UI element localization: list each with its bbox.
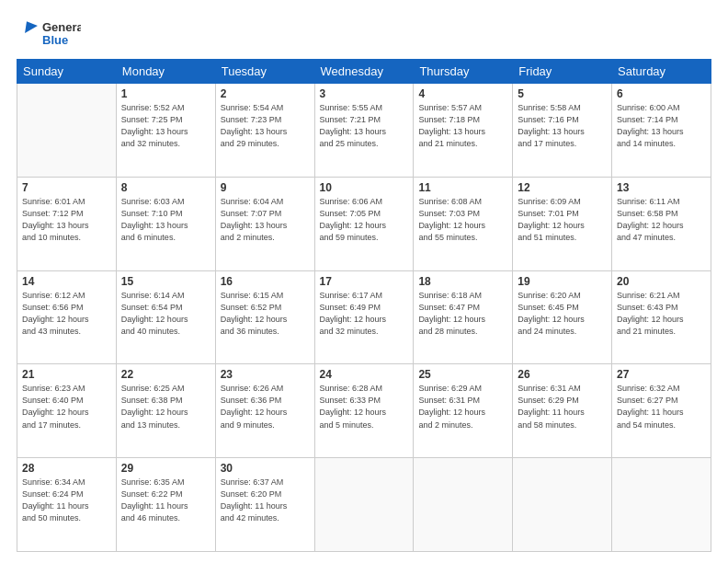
- day-info: Sunrise: 6:28 AM Sunset: 6:33 PM Dayligh…: [320, 383, 409, 431]
- day-number: 28: [22, 462, 111, 475]
- logo-svg: GeneralBlue: [17, 17, 81, 50]
- calendar-cell: [513, 458, 612, 552]
- calendar-cell: 26Sunrise: 6:31 AM Sunset: 6:29 PM Dayli…: [513, 364, 612, 458]
- calendar-cell: 16Sunrise: 6:15 AM Sunset: 6:52 PM Dayli…: [215, 270, 314, 364]
- week-row-5: 28Sunrise: 6:34 AM Sunset: 6:24 PM Dayli…: [17, 458, 711, 552]
- weekday-header-saturday: Saturday: [612, 60, 711, 84]
- day-info: Sunrise: 6:35 AM Sunset: 6:22 PM Dayligh…: [121, 477, 210, 524]
- day-number: 11: [418, 181, 507, 194]
- day-info: Sunrise: 6:31 AM Sunset: 6:29 PM Dayligh…: [518, 383, 607, 431]
- weekday-header-sunday: Sunday: [17, 60, 117, 84]
- svg-text:Blue: Blue: [42, 33, 68, 47]
- day-info: Sunrise: 6:01 AM Sunset: 7:12 PM Dayligh…: [22, 196, 111, 244]
- day-info: Sunrise: 6:08 AM Sunset: 7:03 PM Dayligh…: [418, 196, 507, 244]
- calendar-cell: [612, 458, 711, 552]
- calendar-cell: 20Sunrise: 6:21 AM Sunset: 6:43 PM Dayli…: [612, 270, 711, 364]
- day-info: Sunrise: 5:52 AM Sunset: 7:25 PM Dayligh…: [121, 102, 210, 150]
- calendar-table: SundayMondayTuesdayWednesdayThursdayFrid…: [17, 59, 711, 552]
- calendar-cell: 6Sunrise: 6:00 AM Sunset: 7:14 PM Daylig…: [612, 84, 711, 178]
- calendar-cell: 7Sunrise: 6:01 AM Sunset: 7:12 PM Daylig…: [17, 177, 117, 270]
- calendar-cell: [414, 458, 513, 552]
- calendar-cell: 3Sunrise: 5:55 AM Sunset: 7:21 PM Daylig…: [314, 84, 414, 178]
- day-info: Sunrise: 6:21 AM Sunset: 6:43 PM Dayligh…: [617, 290, 706, 338]
- day-number: 29: [121, 462, 210, 475]
- calendar-cell: 10Sunrise: 6:06 AM Sunset: 7:05 PM Dayli…: [314, 177, 414, 270]
- calendar-cell: 1Sunrise: 5:52 AM Sunset: 7:25 PM Daylig…: [116, 84, 215, 178]
- day-info: Sunrise: 6:17 AM Sunset: 6:49 PM Dayligh…: [320, 290, 409, 338]
- day-number: 1: [121, 87, 210, 100]
- day-info: Sunrise: 6:12 AM Sunset: 6:56 PM Dayligh…: [22, 290, 111, 338]
- day-number: 15: [121, 275, 210, 288]
- day-info: Sunrise: 5:57 AM Sunset: 7:18 PM Dayligh…: [418, 102, 507, 150]
- week-row-3: 14Sunrise: 6:12 AM Sunset: 6:56 PM Dayli…: [17, 270, 711, 364]
- calendar-page: GeneralBlue SundayMondayTuesdayWednesday…: [0, 0, 728, 563]
- day-number: 25: [418, 368, 507, 381]
- day-info: Sunrise: 6:37 AM Sunset: 6:20 PM Dayligh…: [221, 477, 310, 524]
- day-info: Sunrise: 6:11 AM Sunset: 6:58 PM Dayligh…: [617, 196, 706, 244]
- calendar-cell: 27Sunrise: 6:32 AM Sunset: 6:27 PM Dayli…: [612, 364, 711, 458]
- day-number: 4: [418, 87, 507, 100]
- calendar-cell: 9Sunrise: 6:04 AM Sunset: 7:07 PM Daylig…: [215, 177, 314, 270]
- day-info: Sunrise: 5:54 AM Sunset: 7:23 PM Dayligh…: [221, 102, 310, 150]
- day-number: 12: [518, 181, 607, 194]
- day-number: 21: [22, 368, 111, 381]
- day-info: Sunrise: 6:09 AM Sunset: 7:01 PM Dayligh…: [518, 196, 607, 244]
- calendar-cell: 22Sunrise: 6:25 AM Sunset: 6:38 PM Dayli…: [116, 364, 215, 458]
- day-info: Sunrise: 6:25 AM Sunset: 6:38 PM Dayligh…: [121, 383, 210, 431]
- calendar-cell: 12Sunrise: 6:09 AM Sunset: 7:01 PM Dayli…: [513, 177, 612, 270]
- calendar-cell: 29Sunrise: 6:35 AM Sunset: 6:22 PM Dayli…: [116, 458, 215, 552]
- calendar-cell: 17Sunrise: 6:17 AM Sunset: 6:49 PM Dayli…: [314, 270, 414, 364]
- calendar-cell: 24Sunrise: 6:28 AM Sunset: 6:33 PM Dayli…: [314, 364, 414, 458]
- day-number: 27: [617, 368, 706, 381]
- day-number: 30: [221, 462, 310, 475]
- weekday-header-monday: Monday: [116, 60, 215, 84]
- day-info: Sunrise: 6:29 AM Sunset: 6:31 PM Dayligh…: [418, 383, 507, 431]
- calendar-cell: 13Sunrise: 6:11 AM Sunset: 6:58 PM Dayli…: [612, 177, 711, 270]
- weekday-header-friday: Friday: [513, 60, 612, 84]
- day-number: 17: [320, 275, 409, 288]
- day-number: 13: [617, 181, 706, 194]
- calendar-cell: 23Sunrise: 6:26 AM Sunset: 6:36 PM Dayli…: [215, 364, 314, 458]
- svg-text:General: General: [42, 20, 81, 34]
- day-info: Sunrise: 6:26 AM Sunset: 6:36 PM Dayligh…: [221, 383, 310, 431]
- day-number: 16: [221, 275, 310, 288]
- day-info: Sunrise: 6:00 AM Sunset: 7:14 PM Dayligh…: [617, 102, 706, 150]
- day-info: Sunrise: 6:23 AM Sunset: 6:40 PM Dayligh…: [22, 383, 111, 431]
- week-row-4: 21Sunrise: 6:23 AM Sunset: 6:40 PM Dayli…: [17, 364, 711, 458]
- day-number: 14: [22, 275, 111, 288]
- calendar-cell: [314, 458, 414, 552]
- calendar-cell: 11Sunrise: 6:08 AM Sunset: 7:03 PM Dayli…: [414, 177, 513, 270]
- day-info: Sunrise: 6:20 AM Sunset: 6:45 PM Dayligh…: [518, 290, 607, 338]
- day-info: Sunrise: 6:15 AM Sunset: 6:52 PM Dayligh…: [221, 290, 310, 338]
- day-info: Sunrise: 6:06 AM Sunset: 7:05 PM Dayligh…: [320, 196, 409, 244]
- calendar-cell: [17, 84, 117, 178]
- week-row-1: 1Sunrise: 5:52 AM Sunset: 7:25 PM Daylig…: [17, 84, 711, 178]
- logo: GeneralBlue: [17, 17, 81, 50]
- day-info: Sunrise: 6:34 AM Sunset: 6:24 PM Dayligh…: [22, 477, 111, 524]
- day-number: 9: [221, 181, 310, 194]
- day-number: 23: [221, 368, 310, 381]
- day-number: 5: [518, 87, 607, 100]
- weekday-header-row: SundayMondayTuesdayWednesdayThursdayFrid…: [17, 60, 711, 84]
- day-number: 2: [221, 87, 310, 100]
- weekday-header-wednesday: Wednesday: [314, 60, 414, 84]
- day-info: Sunrise: 5:58 AM Sunset: 7:16 PM Dayligh…: [518, 102, 607, 150]
- day-number: 7: [22, 181, 111, 194]
- calendar-cell: 30Sunrise: 6:37 AM Sunset: 6:20 PM Dayli…: [215, 458, 314, 552]
- svg-marker-0: [20, 17, 38, 33]
- day-info: Sunrise: 6:14 AM Sunset: 6:54 PM Dayligh…: [121, 290, 210, 338]
- day-info: Sunrise: 6:32 AM Sunset: 6:27 PM Dayligh…: [617, 383, 706, 431]
- week-row-2: 7Sunrise: 6:01 AM Sunset: 7:12 PM Daylig…: [17, 177, 711, 270]
- day-number: 10: [320, 181, 409, 194]
- day-info: Sunrise: 5:55 AM Sunset: 7:21 PM Dayligh…: [320, 102, 409, 150]
- calendar-cell: 8Sunrise: 6:03 AM Sunset: 7:10 PM Daylig…: [116, 177, 215, 270]
- day-number: 18: [418, 275, 507, 288]
- day-number: 20: [617, 275, 706, 288]
- calendar-cell: 21Sunrise: 6:23 AM Sunset: 6:40 PM Dayli…: [17, 364, 117, 458]
- header: GeneralBlue: [17, 17, 711, 50]
- day-number: 26: [518, 368, 607, 381]
- calendar-cell: 19Sunrise: 6:20 AM Sunset: 6:45 PM Dayli…: [513, 270, 612, 364]
- day-number: 3: [320, 87, 409, 100]
- day-number: 8: [121, 181, 210, 194]
- calendar-cell: 18Sunrise: 6:18 AM Sunset: 6:47 PM Dayli…: [414, 270, 513, 364]
